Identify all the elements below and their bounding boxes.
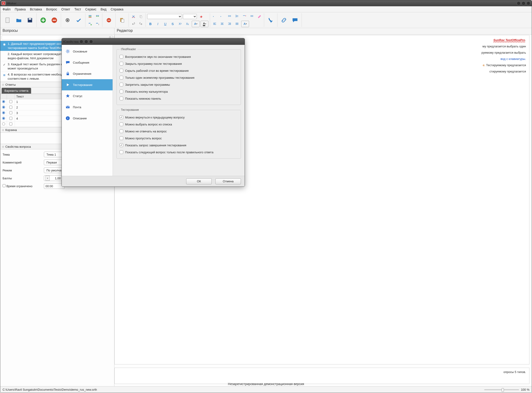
italic-icon[interactable]: I xyxy=(155,21,161,27)
list-a-icon[interactable] xyxy=(87,13,93,20)
font-size-select[interactable] xyxy=(183,14,197,19)
checkbox-row[interactable]: Можно выбрать вопрос из списка xyxy=(120,121,238,128)
comment-button[interactable] xyxy=(290,15,299,25)
checkbox-row[interactable]: Можно пропустить вопрос xyxy=(120,135,238,142)
checkbox-row[interactable]: Можно вернуться к предыдущему вопросу xyxy=(120,114,238,121)
checkbox-row[interactable]: Запретить закрытие программы xyxy=(120,81,238,88)
checkbox[interactable] xyxy=(120,150,123,154)
subscript-icon[interactable]: X₂ xyxy=(184,21,191,27)
checkbox[interactable] xyxy=(120,143,123,147)
checkbox[interactable] xyxy=(120,55,123,59)
strike-icon[interactable]: S xyxy=(169,21,176,27)
ok-button[interactable]: ОК xyxy=(186,178,212,184)
sidebar-item-desc[interactable]: i Описание xyxy=(62,113,113,124)
cut-icon[interactable] xyxy=(130,13,137,20)
checkbox-row[interactable]: Показать следующий вопрос только после п… xyxy=(120,149,238,156)
checkbox-row[interactable]: Воспроизвести звук по окончании тестрова… xyxy=(120,53,238,60)
dialog-close-button[interactable]: ✕ xyxy=(89,40,93,44)
copy-icon[interactable] xyxy=(138,13,144,20)
align-center-icon[interactable] xyxy=(219,21,225,27)
menu-file[interactable]: Файл xyxy=(3,7,10,11)
new-file-button[interactable] xyxy=(3,15,13,25)
sidebar-item-mail[interactable]: Почта xyxy=(62,102,113,113)
list-cursor-icon[interactable]: I xyxy=(94,21,101,27)
answer-radio[interactable] xyxy=(2,106,5,109)
checkbox[interactable] xyxy=(120,115,123,119)
checkbox[interactable] xyxy=(120,76,123,79)
undo-icon[interactable] xyxy=(130,21,137,27)
sidebar-item-limits[interactable]: Ограничения xyxy=(62,68,113,79)
sidebar-item-status[interactable]: Статус xyxy=(62,90,113,102)
list-b-icon[interactable] xyxy=(94,13,101,20)
sidebar-item-main[interactable]: Основные xyxy=(62,46,113,57)
answer-check[interactable] xyxy=(9,100,12,103)
list-plus-icon[interactable] xyxy=(87,21,93,27)
remove-small-button[interactable] xyxy=(104,15,114,25)
add-button[interactable] xyxy=(38,15,48,25)
checkbox-row[interactable]: Показать запрос завершения тестирования xyxy=(120,142,238,149)
timelimit-check[interactable] xyxy=(3,184,5,187)
checkbox[interactable] xyxy=(120,90,123,93)
save-file-button[interactable] xyxy=(25,15,35,25)
checkbox-row[interactable]: Скрыть рабочий стол во время тестировани… xyxy=(120,67,238,74)
underline-icon[interactable]: U xyxy=(162,21,169,27)
arrow-down-button[interactable] xyxy=(266,15,276,25)
answer-radio[interactable] xyxy=(2,117,5,120)
menu-view[interactable]: Вид xyxy=(101,7,106,11)
menu-edit[interactable]: Правка xyxy=(15,7,25,11)
check-button[interactable] xyxy=(74,15,84,25)
checkbox[interactable] xyxy=(120,69,123,73)
checkbox[interactable] xyxy=(120,83,123,86)
answer-radio[interactable] xyxy=(2,111,5,114)
answers-tab[interactable]: Варианты ответа xyxy=(2,88,31,93)
menu-service[interactable]: Сервис xyxy=(85,7,96,11)
menu-test[interactable]: Тест xyxy=(74,7,81,11)
dialog-maximize-button[interactable]: ◻ xyxy=(84,40,88,44)
dialog-minimize-button[interactable]: – xyxy=(79,40,83,44)
redo-icon[interactable] xyxy=(138,21,144,27)
clear-format-icon[interactable] xyxy=(256,13,262,20)
font-family-select[interactable] xyxy=(147,14,182,19)
sidebar-item-testing[interactable]: Тестирование xyxy=(62,79,113,90)
menu-question[interactable]: Вопрос xyxy=(46,7,57,11)
checkbox[interactable] xyxy=(120,123,123,126)
align-justify-icon[interactable] xyxy=(234,21,240,27)
highlight-button[interactable]: A▾ xyxy=(201,21,208,27)
numbering-icon[interactable]: 12 xyxy=(234,13,240,20)
font-color-button[interactable]: A▾ xyxy=(192,21,200,27)
indent-icon[interactable] xyxy=(219,13,225,20)
menu-answer[interactable]: Ответ xyxy=(61,7,70,11)
open-file-button[interactable] xyxy=(14,15,24,25)
outdent-icon[interactable] xyxy=(212,13,218,20)
checkbox[interactable] xyxy=(120,129,123,133)
menu-help[interactable]: Справка xyxy=(111,7,123,11)
checkbox-row[interactable]: Показать кнопку калькулятора xyxy=(120,88,238,95)
sidebar-item-messages[interactable]: Сообщения xyxy=(62,57,113,68)
answer-check[interactable] xyxy=(9,106,12,109)
remove-button[interactable] xyxy=(49,15,59,25)
checkbox[interactable] xyxy=(120,136,123,140)
menu-insert[interactable]: Вставка xyxy=(30,7,42,11)
indent-right-icon[interactable] xyxy=(241,13,248,20)
checkbox[interactable] xyxy=(120,62,123,65)
checkbox[interactable] xyxy=(120,97,123,100)
line-break-icon[interactable] xyxy=(249,13,255,20)
answer-check[interactable] xyxy=(9,111,12,114)
bullets-icon[interactable] xyxy=(226,13,233,20)
record-button[interactable] xyxy=(63,15,73,25)
link-button[interactable] xyxy=(279,15,289,25)
timelimit-label[interactable]: Время ограничено xyxy=(3,184,42,188)
checkbox-row[interactable]: Только один экземпляр программы тестиров… xyxy=(120,74,238,81)
paragraph-style-button[interactable]: A▾ xyxy=(241,21,249,27)
font-color-palette-icon[interactable] xyxy=(198,13,204,20)
bold-icon[interactable]: B xyxy=(147,21,154,27)
answer-radio[interactable] xyxy=(2,100,5,103)
checkbox-row[interactable]: Закрыть программу после тестирования xyxy=(120,60,238,67)
answer-check[interactable] xyxy=(9,117,12,120)
answer-check[interactable] xyxy=(9,123,12,125)
checkbox-row[interactable]: Можно не отвечать на вопрос xyxy=(120,128,238,135)
paste-button[interactable] xyxy=(117,15,127,25)
cancel-button[interactable]: Отмена xyxy=(215,178,241,184)
checkbox-row[interactable]: Показать нижнюю панель xyxy=(120,95,238,102)
superscript-icon[interactable]: X² xyxy=(177,21,183,27)
